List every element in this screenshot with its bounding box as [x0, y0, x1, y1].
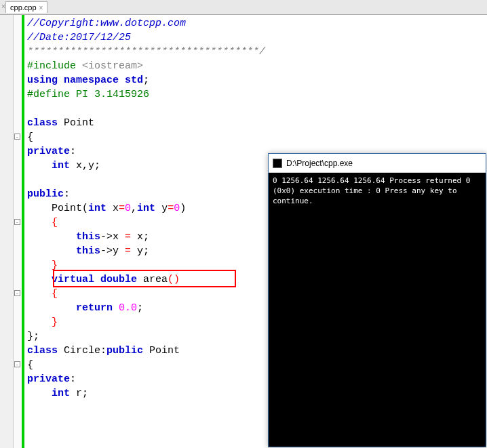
line-gutter	[0, 15, 14, 448]
code-line[interactable]: //Copyright:www.dotcpp.com	[27, 16, 484, 30]
code-line[interactable]: //Date:2017/12/25	[27, 30, 484, 45]
console-title-text: D:\Project\cpp.exe	[286, 159, 353, 168]
code-line[interactable]	[27, 102, 484, 116]
code-line[interactable]: #define PI 3.1415926	[27, 87, 484, 102]
fold-toggle[interactable]: -	[14, 219, 20, 225]
editor-tab[interactable]: cpp.cpp ×	[5, 1, 47, 13]
code-line[interactable]: using namespace std;	[27, 73, 484, 87]
tab-close-icon[interactable]: ×	[39, 4, 43, 12]
fold-column: ----	[14, 15, 22, 448]
console-window[interactable]: D:\Project\cpp.exe 0 1256.64 1256.64 125…	[268, 153, 486, 447]
console-icon	[273, 159, 282, 168]
code-line[interactable]: {	[27, 130, 484, 144]
code-line[interactable]: **************************************/	[27, 45, 484, 59]
tab-label: cpp.cpp	[10, 3, 37, 12]
fold-toggle[interactable]: -	[14, 290, 20, 296]
code-line[interactable]: class Point	[27, 116, 484, 130]
fold-toggle[interactable]: -	[14, 134, 20, 140]
console-titlebar[interactable]: D:\Project\cpp.exe	[269, 154, 486, 173]
code-line[interactable]: #include <iostream>	[27, 59, 484, 73]
console-output: 0 1256.64 1256.64 1256.64 Process return…	[269, 173, 486, 447]
fold-toggle[interactable]: -	[14, 361, 20, 367]
tab-bar: × cpp.cpp ×	[0, 0, 487, 15]
